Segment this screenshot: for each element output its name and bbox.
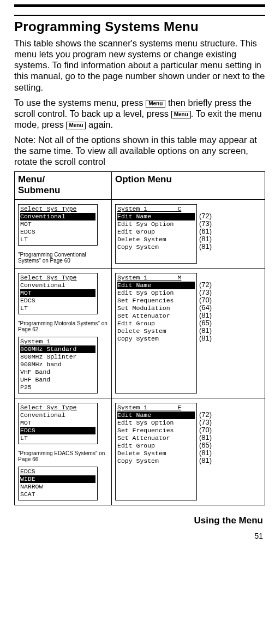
table-body: Select Sys TypeConventionalMOTEDCSLT"Pro…	[14, 199, 265, 505]
menu-item[interactable]: Conventional	[20, 282, 95, 289]
menu-item[interactable]: Delete System	[117, 236, 195, 243]
menu-item[interactable]: 800MHz Standard	[20, 345, 95, 353]
menu-item[interactable]: Set Attenuator	[117, 312, 195, 320]
page-ref: (72)	[199, 411, 212, 419]
page-ref: (70)	[199, 296, 212, 304]
menu-caption: "Programming EDACS Systems" on Page 66	[18, 450, 108, 462]
page-ref: (73)	[199, 289, 212, 296]
page-ref: (81)	[199, 434, 212, 442]
table-row: Select Sys TypeConventionalMOTEDCSLT"Pro…	[14, 398, 265, 505]
menu-box-title: System 1 M	[117, 274, 195, 282]
menu-item[interactable]: Delete System	[117, 450, 195, 457]
page-ref-column: (72)(73)(70)(64)(81)(65)(81)(81)	[199, 273, 212, 393]
page-ref: (81)	[199, 335, 212, 342]
menu-item[interactable]: Edit Sys Option	[117, 220, 195, 228]
menu-item[interactable]: VHF Band	[20, 368, 95, 376]
page-ref: (81)	[199, 243, 212, 251]
menu-item[interactable]: LT	[20, 434, 95, 442]
menu-item[interactable]: 800MHz Splinter	[20, 353, 95, 361]
menu-box: Select Sys TypeConventionalMOTEDCSLT	[18, 273, 98, 314]
menu-box: System 1 MEdit NameEdit Sys OptionSet Fr…	[115, 273, 197, 393]
menu-item[interactable]: UHF Band	[20, 376, 95, 384]
top-rule-thin	[14, 15, 265, 16]
menu-item[interactable]: Copy System	[117, 243, 195, 251]
menu-item[interactable]: P25	[20, 384, 95, 391]
cell-left: Select Sys TypeConventionalMOTEDCSLT"Pro…	[15, 269, 112, 398]
table-header: Menu/ Submenu Option Menu	[14, 171, 265, 199]
menu-button-inline-3: Menu	[66, 122, 86, 129]
page-ref: (81)	[199, 312, 212, 319]
section-footer: Using the Menu	[14, 515, 265, 526]
menu-item[interactable]: Edit Sys Option	[117, 289, 195, 297]
menu-item[interactable]: Edit Sys Option	[117, 419, 195, 427]
page-ref-column: (72)(73)(70)(81)(65)(81)(81)	[199, 403, 212, 500]
menu-caption: "Programming Conventional Systems" on Pa…	[18, 252, 108, 264]
table-row: Select Sys TypeConventionalMOTEDCSLT"Pro…	[14, 199, 265, 269]
menu-box: Select Sys TypeConventionalMOTEDCSLT	[18, 204, 98, 246]
menu-button-inline-2: Menu	[171, 111, 191, 118]
cell-left: Select Sys TypeConventionalMOTEDCSLT"Pro…	[15, 398, 112, 505]
menu-item[interactable]: 900MHz band	[20, 361, 95, 368]
menu-box: System 1 CEdit NameEdit Sys OptionEdit G…	[115, 204, 197, 264]
menu-button-inline-1: Menu	[146, 100, 165, 108]
menu-item[interactable]: MOT	[20, 289, 95, 297]
page-ref: (65)	[199, 319, 212, 327]
menu-item[interactable]: Copy System	[117, 457, 195, 465]
p2-d: again.	[86, 120, 113, 129]
menu-item[interactable]: Set Attenuator	[117, 434, 195, 442]
menu-caption: "Programming Motorola Systems" on Page 6…	[18, 320, 108, 332]
col-header-left: Menu/ Submenu	[15, 172, 112, 199]
menu-box: EDCSWIDENARROWSCAT	[18, 467, 98, 500]
page-ref-column: (72)(73)(61)(81)(81)	[199, 204, 212, 264]
cell-right: System 1 CEdit NameEdit Sys OptionEdit G…	[112, 200, 265, 268]
page: Programming Systems Menu This table show…	[0, 4, 275, 546]
cell-right: System 1 EEdit NameEdit Sys OptionSet Fr…	[112, 398, 265, 505]
menu-item[interactable]: EDCS	[20, 297, 95, 305]
page-title: Programming Systems Menu	[14, 19, 265, 34]
page-number: 51	[14, 532, 265, 540]
menu-item[interactable]: WIDE	[20, 475, 95, 483]
table-row: Select Sys TypeConventionalMOTEDCSLT"Pro…	[14, 269, 265, 398]
menu-item[interactable]: Conventional	[20, 213, 95, 220]
cell-left: Select Sys TypeConventionalMOTEDCSLT"Pro…	[15, 200, 112, 268]
menu-item[interactable]: Copy System	[117, 335, 195, 343]
page-ref: (61)	[199, 228, 212, 235]
menu-box: Select Sys TypeConventionalMOTEDCSLT	[18, 403, 98, 444]
p2-a: To use the systems menu, press	[14, 98, 146, 108]
menu-item[interactable]: MOT	[20, 419, 95, 427]
menu-item[interactable]: MOT	[20, 220, 95, 228]
menu-item[interactable]: SCAT	[20, 491, 95, 498]
intro-para-2: To use the systems menu, press Menu then…	[14, 97, 265, 130]
menu-box-title: System 1	[20, 338, 95, 345]
intro-para-1: This table shows the scanner's systems m…	[14, 38, 265, 93]
menu-item[interactable]: NARROW	[20, 483, 95, 491]
menu-item[interactable]: Delete System	[117, 327, 195, 335]
menu-item[interactable]: Set Modulation	[117, 305, 195, 312]
menu-item[interactable]: EDCS	[20, 427, 95, 434]
cell-right: System 1 MEdit NameEdit Sys OptionSet Fr…	[112, 269, 265, 398]
menu-item[interactable]: Edit Name	[117, 213, 195, 220]
menu-item[interactable]: LT	[20, 236, 95, 243]
menu-item[interactable]: Edit Group	[117, 442, 195, 450]
page-ref: (81)	[199, 327, 212, 335]
menu-box-title: System 1 C	[117, 205, 195, 213]
page-ref: (70)	[199, 426, 212, 434]
menu-item[interactable]: EDCS	[20, 228, 95, 236]
page-ref: (72)	[199, 212, 212, 220]
menu-item[interactable]: Set Frequencies	[117, 427, 195, 434]
menu-item[interactable]: Edit Group	[117, 320, 195, 327]
page-ref: (73)	[199, 220, 212, 228]
menu-item[interactable]: Edit Name	[117, 412, 195, 419]
top-rule-thick	[14, 4, 265, 7]
menu-item[interactable]: Conventional	[20, 412, 95, 419]
menu-item[interactable]: Edit Name	[117, 282, 195, 289]
menu-box-title: Select Sys Type	[20, 274, 95, 282]
page-ref: (72)	[199, 281, 212, 289]
menu-item[interactable]: LT	[20, 305, 95, 312]
menu-box-title: System 1 E	[117, 404, 195, 412]
menu-box: System 1800MHz Standard800MHz Splinter90…	[18, 337, 98, 393]
menu-item[interactable]: Set Frequencies	[117, 297, 195, 305]
page-ref: (65)	[199, 442, 212, 449]
menu-box: System 1 EEdit NameEdit Sys OptionSet Fr…	[115, 403, 197, 500]
menu-item[interactable]: Edit Group	[117, 228, 195, 236]
